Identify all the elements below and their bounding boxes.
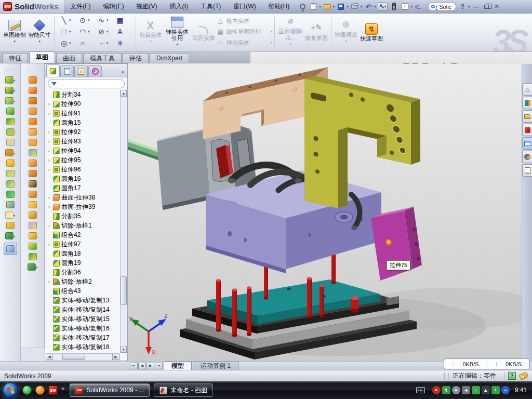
tree-item[interactable]: 分割34 (47, 90, 127, 99)
search-box[interactable]: ▾ Solic (428, 2, 456, 11)
apply-scene-icon[interactable]: ▨▾ (450, 63, 459, 64)
tree-item[interactable]: 分割36 (47, 268, 127, 277)
menu-帮助(H)[interactable]: 帮助(H) (262, 0, 296, 13)
tab-propertymanager[interactable] (60, 65, 74, 77)
delete-face-icon[interactable] (29, 180, 37, 188)
display-style-icon[interactable]: ◧▾ (422, 63, 430, 64)
linear-pattern-icon[interactable]: ▾ (5, 149, 15, 156)
plane-icon[interactable] (6, 222, 15, 229)
tree-item[interactable]: ▹切除-放样1 (47, 221, 127, 230)
tree-item[interactable]: ▹拉伸97 (47, 240, 127, 249)
knit-surface-icon[interactable] (29, 149, 37, 156)
lofted-surface-icon[interactable] (29, 108, 37, 115)
tree-item[interactable]: ▹拉伸92 (47, 127, 127, 137)
section-view-icon[interactable]: ◫ (403, 63, 409, 64)
tray-volume-icon[interactable]: ◄ (462, 386, 470, 394)
tree-item[interactable]: 组合42 (47, 230, 127, 240)
circle-icon[interactable]: ⊙▾ (76, 15, 95, 26)
tree-item[interactable]: 实体-移动/复制18 (47, 342, 127, 352)
tree-item[interactable]: 实体-移动/复制13 (47, 296, 127, 305)
tree-horizontal-scrollbar[interactable]: ◀ ▶ (46, 353, 119, 360)
scroll-thumb[interactable] (121, 276, 127, 305)
instant3d-icon[interactable] (4, 243, 17, 255)
tab-featuremanager[interactable] (46, 64, 60, 77)
options-icon[interactable]: ⑆.. (414, 2, 423, 11)
freeform-bend-icon[interactable] (29, 170, 37, 177)
expand-icon[interactable]: ▹ (47, 129, 51, 135)
swept-surface-icon[interactable] (29, 76, 37, 84)
doc-nav-0[interactable]: ⇤ (130, 363, 138, 369)
expand-icon[interactable]: ▹ (47, 279, 51, 284)
tree-item[interactable]: ▹拉伸93 (47, 137, 127, 146)
extruded-surface-icon[interactable] (29, 97, 37, 104)
tree-item[interactable]: ▹切除-放样2 (47, 277, 127, 286)
expand-icon[interactable]: ▹ (47, 242, 51, 247)
intersect-icon[interactable] (6, 180, 15, 188)
new-document-icon[interactable] (309, 2, 318, 11)
spline-icon[interactable]: ∿▾ (95, 15, 114, 26)
tree-vertical-scrollbar[interactable]: ▲ ▼ (120, 90, 127, 353)
tree-item[interactable]: 组合43 (47, 286, 127, 296)
fillet-icon[interactable]: ▾ (5, 97, 15, 104)
expand-icon[interactable]: ▹ (47, 139, 51, 144)
tab-DimXpert[interactable]: DimXpert (150, 53, 189, 63)
save-icon[interactable] (336, 2, 345, 11)
thicken-icon[interactable] (29, 159, 37, 167)
move-copy-body-icon[interactable] (6, 201, 15, 208)
taskbar-window-solidworks[interactable]: SWSolidWorks 2009 - ... (70, 383, 150, 397)
doc-nav-1[interactable]: ◀ (138, 363, 146, 369)
menu-工具(T)[interactable]: 工具(T) (194, 0, 227, 13)
menu-文件(F)[interactable]: 文件(F) (64, 0, 97, 13)
pin-icon[interactable] (298, 2, 307, 11)
scroll-right-icon[interactable]: ▶ (112, 354, 119, 360)
point-icon[interactable]: ✳ (114, 37, 132, 49)
mid-surface-icon[interactable] (29, 128, 37, 136)
quick-tips-icon[interactable]: ? (508, 372, 516, 380)
tree-item[interactable]: ▹拉伸91 (47, 109, 127, 118)
rapid-sketch-button[interactable]: ↯ 快速草图 (358, 22, 384, 42)
tray-shield-power-icon[interactable]: ↯ (442, 386, 450, 394)
shut-off-surface-icon[interactable] (29, 243, 37, 250)
edit-appearance-icon[interactable]: ◉▾ (441, 63, 449, 64)
quicklaunch-solidworks-icon[interactable]: SW (48, 385, 58, 395)
quicklaunch-more-chevron[interactable]: » (61, 385, 64, 391)
part-core-block[interactable] (206, 165, 393, 274)
search-input[interactable]: Solic (439, 4, 451, 10)
quicklaunch-messenger-icon[interactable] (22, 385, 32, 395)
menu-插入(I)[interactable]: 插入(I) (164, 0, 194, 13)
minimize-button[interactable]: — (472, 3, 481, 10)
tree-item[interactable]: ▹拉伸90 (47, 99, 127, 109)
taskpane-tab-solidworks-resources-home[interactable]: ⌂ (522, 83, 532, 96)
tag-icon[interactable] (518, 371, 528, 380)
undo-icon[interactable]: ↶ (364, 2, 373, 11)
line-icon[interactable]: ╲▾ (58, 15, 76, 26)
polygon-icon[interactable]: ○ (76, 37, 95, 49)
extruded-cut-icon[interactable]: ▾ (5, 87, 15, 94)
zoom-previous-icon[interactable]: ⌖ (396, 63, 401, 65)
taskbar-clock[interactable]: 9:41 (515, 387, 527, 394)
zoom-area-icon[interactable]: ⊡ (389, 63, 395, 64)
scroll-up-icon[interactable]: ▲ (121, 90, 127, 97)
tree-item[interactable]: ▹曲面-拉伸39 (47, 202, 127, 211)
tab-configurationmanager[interactable] (74, 65, 88, 77)
expand-icon[interactable]: ▹ (47, 157, 51, 163)
extruded-boss-icon[interactable]: ▾ (5, 76, 15, 84)
tray-update-clock-icon[interactable]: ● (452, 386, 460, 394)
hole-wizard-icon[interactable] (6, 139, 15, 146)
expand-icon[interactable]: ▹ (47, 167, 51, 172)
open-icon[interactable] (323, 2, 332, 11)
close-button[interactable]: ✕ (493, 3, 501, 10)
taskpane-tab-appearances-scenes[interactable] (522, 151, 532, 163)
tab-评估[interactable]: 评估 (123, 53, 149, 63)
tray-sync-blocked-icon[interactable]: − (501, 386, 510, 394)
tree-item[interactable]: 圆角19 (47, 258, 127, 268)
tree-item[interactable]: 圆角15 (47, 118, 127, 127)
menu-窗口(W)[interactable]: 窗口(W) (227, 0, 262, 13)
tab-草图[interactable]: 草图 (29, 51, 55, 63)
replace-face-icon[interactable] (29, 191, 37, 198)
scroll-down-icon[interactable]: ▼ (121, 346, 127, 353)
text-icon[interactable]: A (114, 26, 132, 37)
selection-box-icon[interactable]: ▦ (114, 15, 132, 26)
input-method-keyboard-icon[interactable] (416, 387, 425, 393)
tray-network-warning-icon[interactable]: ▲ (482, 386, 490, 394)
